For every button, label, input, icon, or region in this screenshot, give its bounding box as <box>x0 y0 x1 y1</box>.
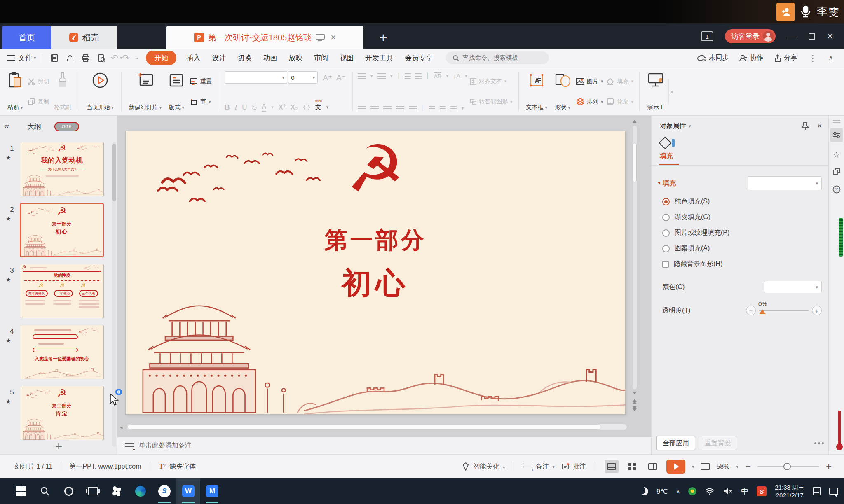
command-search-input[interactable]: 查找命令、搜索模板 <box>446 51 549 64</box>
outline-button[interactable]: 轮廓 ▾ <box>606 98 633 105</box>
volume-muted-icon[interactable] <box>723 487 733 495</box>
microphone-icon[interactable] <box>800 5 811 19</box>
checkbox-icon[interactable] <box>662 261 669 268</box>
collaborate-button[interactable]: 协作 <box>739 54 763 62</box>
tray-notes-icon[interactable] <box>813 487 821 495</box>
guest-login-button[interactable]: 访客登录 <box>725 29 776 43</box>
increase-indent-icon[interactable] <box>415 73 422 79</box>
tab-home[interactable]: 首页 <box>2 26 51 49</box>
fill-tab-label[interactable]: 填充 <box>660 152 828 161</box>
zoom-in-button[interactable]: + <box>826 462 832 471</box>
bullet-list-icon[interactable] <box>358 73 366 79</box>
panel-title-caret[interactable]: ▾ <box>689 124 691 129</box>
undo-icon[interactable]: ↶ <box>111 53 118 63</box>
textbox-button[interactable]: A 文本框 ▾ <box>523 70 551 113</box>
panel-scrollbar-thumb[interactable] <box>112 144 116 201</box>
phonetic-guide-button[interactable]: wén文 <box>315 103 321 111</box>
notes-toggle-button[interactable]: 备注▾ <box>523 462 555 471</box>
smart-beautify-button[interactable]: 智能美化 ▴ <box>462 462 505 471</box>
outline-tab[interactable]: 大纲 <box>27 122 41 131</box>
strikethrough-button[interactable]: S <box>252 103 257 112</box>
font-color-button[interactable]: A <box>262 103 266 112</box>
notes-bar[interactable]: 单击此处添加备注 <box>117 437 651 454</box>
save-icon[interactable] <box>48 52 61 64</box>
slide-thumbnail-5[interactable]: ☭ 第二部分 肯定 <box>20 386 104 440</box>
animation-star-icon[interactable]: ★ <box>6 398 11 405</box>
missing-font-button[interactable]: T? 缺失字体 <box>158 462 196 471</box>
numbered-list-icon[interactable] <box>377 73 386 79</box>
task-view-button[interactable] <box>81 478 105 504</box>
start-button[interactable] <box>9 478 33 504</box>
wifi-icon[interactable] <box>705 488 715 495</box>
presentation-tools-button[interactable]: 演示工 <box>644 70 668 113</box>
antivirus-tray-icon[interactable] <box>688 487 696 495</box>
selection-rail-button[interactable] <box>830 164 843 178</box>
align-center-icon[interactable] <box>370 106 379 111</box>
fill-button[interactable]: 填充 ▾ <box>606 78 633 85</box>
justify-icon[interactable] <box>396 106 404 111</box>
format-painter-button[interactable]: 格式刷 <box>51 70 75 113</box>
toolbar-more-icon[interactable]: ⌄ <box>136 55 139 61</box>
slide-thumbnail-2-selected[interactable]: ☭ 第一部分 初心 <box>20 203 104 257</box>
font-size-combobox[interactable]: 0▾ <box>288 71 318 84</box>
wps-office-button[interactable]: W <box>176 478 200 504</box>
notification-center-icon[interactable] <box>829 488 838 495</box>
petal-app-button[interactable] <box>105 478 129 504</box>
cortana-button[interactable] <box>57 478 81 504</box>
close-tab-icon[interactable]: × <box>331 32 336 43</box>
lower-paragraph-icon[interactable] <box>440 106 446 111</box>
animation-star-icon[interactable]: ★ <box>6 337 11 344</box>
transparency-slider-thumb[interactable] <box>759 309 766 314</box>
edge-browser-button[interactable] <box>129 478 152 504</box>
transparency-slider[interactable]: 0% <box>759 310 809 311</box>
align-right-icon[interactable] <box>383 106 392 111</box>
animation-star-icon[interactable]: ★ <box>6 276 11 283</box>
night-mode-icon[interactable] <box>640 487 648 495</box>
share-button[interactable]: 分享 <box>774 54 797 62</box>
option-gradient-fill[interactable]: 渐变填充(G) <box>662 213 828 222</box>
clear-format-icon[interactable] <box>303 104 310 111</box>
radio-icon[interactable] <box>662 229 670 237</box>
minimize-button[interactable]: — <box>787 31 797 41</box>
section-button[interactable]: 节 ▾ <box>190 98 212 105</box>
file-menu-caret[interactable]: ▾ <box>34 55 36 61</box>
ribbon-scroll-right-icon[interactable]: › <box>668 79 675 104</box>
copy-button[interactable]: 复制 <box>28 98 49 105</box>
slide-thumbnail-4[interactable]: 入党是每一位爱国者的初心 <box>20 325 104 379</box>
zoom-out-button[interactable]: − <box>745 462 751 471</box>
new-slide-button[interactable]: 新建幻灯片 ▾ <box>126 70 165 113</box>
ribbon-tab-animation[interactable]: 动画 <box>263 53 277 63</box>
transparency-minus-button[interactable]: − <box>746 306 756 315</box>
font-name-combobox[interactable]: ▾ <box>225 71 287 84</box>
add-slide-button[interactable]: + <box>0 439 117 453</box>
option-pattern-fill[interactable]: 图案填充(A) <box>662 244 828 253</box>
meeting-avatar-button[interactable] <box>776 3 795 21</box>
text-direction-icon[interactable]: AB <box>434 72 442 79</box>
play-options-caret[interactable]: ▾ <box>692 464 694 469</box>
redo-icon[interactable]: ↷ <box>122 53 130 63</box>
horizontal-scrollbar-thumb[interactable] <box>127 424 601 430</box>
present-monitor-icon[interactable] <box>316 34 325 41</box>
taskbar-clock[interactable]: 21:38 周三 2021/2/17 <box>775 483 804 499</box>
decrease-font-icon[interactable]: A⁻ <box>336 73 346 82</box>
ribbon-tab-review[interactable]: 审阅 <box>314 53 328 63</box>
decrease-indent-icon[interactable] <box>405 73 411 79</box>
s-app-button[interactable]: S <box>152 478 176 504</box>
close-window-button[interactable]: × <box>827 30 833 42</box>
rail-grip-icon[interactable] <box>833 120 840 121</box>
taskbar-search-button[interactable] <box>33 478 57 504</box>
sogou-tray-icon[interactable]: S <box>757 486 767 496</box>
radio-icon[interactable] <box>662 214 670 221</box>
properties-rail-button[interactable] <box>830 128 843 142</box>
arrange-button[interactable]: 排列 ▾ <box>576 98 603 105</box>
underline-button[interactable]: U <box>242 103 247 112</box>
file-menu[interactable]: 文件 <box>18 53 32 63</box>
section-collapse-icon[interactable] <box>657 182 660 185</box>
color-combobox[interactable]: ▾ <box>764 281 822 293</box>
hamburger-menu-icon[interactable] <box>7 55 15 61</box>
slide-sorter-view-button[interactable] <box>625 460 639 473</box>
layout-button[interactable]: 版式 ▾ <box>165 70 188 113</box>
align-left-icon[interactable] <box>358 106 366 111</box>
reset-button[interactable]: 重置 <box>190 78 212 85</box>
scroll-up-icon[interactable] <box>633 120 637 123</box>
